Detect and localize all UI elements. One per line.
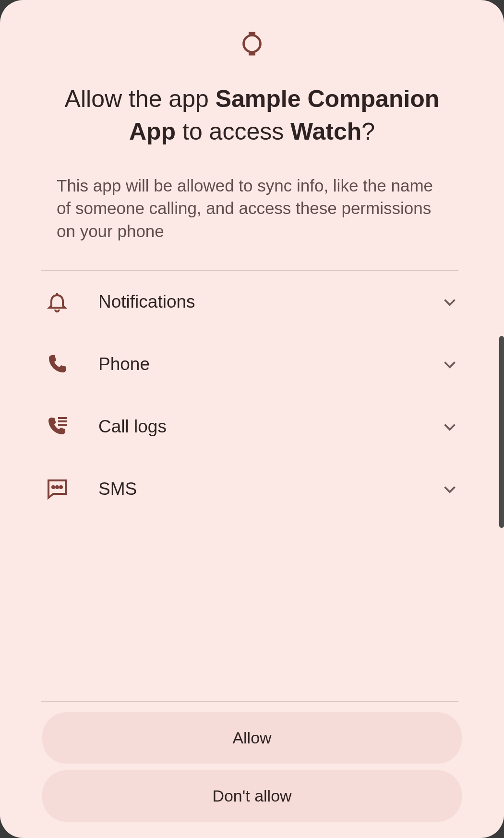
watch-icon: [239, 26, 265, 63]
svg-point-9: [60, 486, 62, 488]
permission-item-partial[interactable]: [46, 520, 458, 537]
permission-item-sms[interactable]: SMS: [46, 458, 458, 520]
permission-item-notifications[interactable]: Notifications: [46, 271, 458, 333]
sms-icon: [46, 478, 69, 501]
permissions-list[interactable]: Notifications Phone: [0, 271, 504, 701]
svg-point-7: [52, 486, 54, 488]
chevron-down-icon: [441, 418, 458, 435]
permission-label: Call logs: [98, 417, 441, 437]
chevron-down-icon: [441, 356, 458, 373]
title-middle: to access: [176, 118, 290, 145]
dialog-description: This app will be allowed to sync info, l…: [0, 148, 504, 242]
permission-dialog: Allow the app Sample Companion App to ac…: [0, 0, 504, 838]
deny-button[interactable]: Don't allow: [42, 770, 462, 822]
svg-rect-4: [58, 417, 67, 419]
scrollbar[interactable]: [499, 336, 504, 528]
permission-label: Phone: [98, 354, 441, 374]
bell-icon: [46, 290, 69, 313]
svg-point-8: [56, 486, 58, 488]
svg-rect-6: [58, 424, 67, 426]
svg-rect-5: [58, 420, 67, 422]
title-target: Watch: [290, 118, 361, 145]
phone-icon: [46, 353, 69, 376]
svg-point-2: [244, 36, 261, 52]
permission-item-call-logs[interactable]: Call logs: [46, 395, 458, 458]
chevron-down-icon: [441, 293, 458, 311]
permission-label: Notifications: [98, 292, 441, 312]
allow-button[interactable]: Allow: [42, 712, 462, 764]
title-suffix: ?: [361, 118, 375, 145]
permission-item-phone[interactable]: Phone: [46, 333, 458, 395]
dialog-buttons: Allow Don't allow: [0, 702, 504, 838]
title-prefix: Allow the app: [65, 85, 216, 112]
dialog-title: Allow the app Sample Companion App to ac…: [0, 63, 504, 148]
chevron-down-icon: [441, 480, 458, 498]
dialog-header: [0, 0, 504, 63]
call-log-icon: [46, 415, 69, 438]
permission-label: SMS: [98, 479, 441, 499]
